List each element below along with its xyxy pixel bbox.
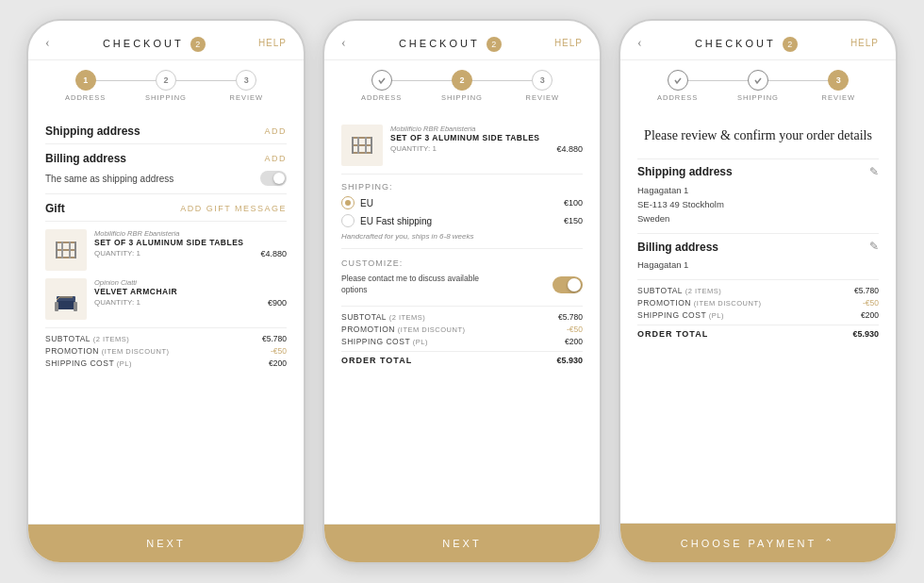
radio-fast[interactable]: EU Fast shipping [341,214,432,227]
summary-promo-1: PROMOTION (ITEM DISCOUNT) -€50 [45,346,287,356]
summary-subtotal-2: SUBTOTAL (2 ITEMS) €5.780 [341,312,583,322]
next-button-2[interactable]: NEXT [324,525,600,562]
help-link-3[interactable]: HELP [850,38,879,48]
divider-rev2 [637,233,879,234]
step-done-3b [748,70,768,91]
order-total-3: ORDER TOTAL €5.930 [637,325,879,339]
summary-subtotal-3: SUBTOTAL (2 ITEMS) €5.780 [637,286,879,295]
svg-rect-5 [61,242,63,258]
product-row-1: Mobilificio RBR Ebanisteria SET OF 3 ALU… [45,229,287,271]
edit-shipping-btn[interactable]: ✎ [869,165,879,179]
footer-2: NEXT [324,524,600,562]
billing-addr-header: Billing address ✎ [637,240,879,254]
svg-rect-4 [74,242,76,258]
footer-1: NEXT [28,524,304,562]
divider-1 [45,143,287,144]
header-2: ‹ CHECKOUT 2 HELP [324,21,600,60]
svg-rect-8 [55,302,58,311]
shipping-option-fast: EU Fast shipping €150 [341,214,583,227]
same-shipping-row: The same as shipping address [45,171,287,186]
radio-eu[interactable]: EU [341,196,373,209]
shipping-address-header: Shipping address ADD [45,125,287,138]
product-row-2: Opinion Ciatti VELVET ARMCHAIR QUANTITY:… [45,278,287,320]
edit-billing-btn[interactable]: ✎ [869,240,879,254]
step-circle-1: 1 [75,70,96,91]
back-button-2[interactable]: ‹ [341,36,346,51]
summary-shipping-3: SHIPPING COST (PL) €200 [637,310,879,320]
shipping-addr-header: Shipping address ✎ [637,165,879,179]
summary-shipping-2: SHIPPING COST (PL) €200 [341,337,583,346]
svg-rect-2 [56,257,76,258]
product-info-1: Mobilificio RBR Ebanisteria SET OF 3 ALU… [94,229,287,258]
product-img-2 [45,278,87,320]
add-billing-btn[interactable]: ADD [264,154,287,163]
toggle-on-knob [568,278,581,292]
step-address-3: ADDRESS [637,70,718,102]
svg-rect-19 [365,137,367,154]
step-active-2: 2 [452,70,472,91]
help-link-2[interactable]: HELP [554,38,583,48]
product-img-s2 [341,125,383,166]
phone-screen-3: ‹ CHECKOUT 2 HELP ADDRESS SHIPPING 3 REV… [619,19,898,564]
step-review-3: 3 REVIEW [799,70,879,102]
header-3: ‹ CHECKOUT 2 HELP [620,21,896,60]
steps-bar-1: 1 ADDRESS 2 SHIPPING 3 REVIEW [28,60,304,108]
header-title-1: CHECKOUT 2 [103,34,206,52]
product-qty-price-2: QUANTITY: 1 €900 [94,298,287,308]
header-title-2: CHECKOUT 2 [399,34,502,52]
product-qty-price-1: QUANTITY: 1 €4.880 [94,249,287,258]
billing-address-block: Hagagatan 1 [637,258,879,272]
divider-4 [45,327,287,328]
back-button-3[interactable]: ‹ [637,36,642,51]
customize-toggle[interactable] [553,276,583,293]
svg-rect-1 [56,249,76,251]
step-circle-3: 3 [236,70,256,91]
help-link-1[interactable]: HELP [258,38,287,48]
step-address-2: ADDRESS [341,70,421,102]
summary-promo-2: PROMOTION (ITEM DISCOUNT) -€50 [341,325,583,334]
svg-rect-13 [352,137,372,139]
content-2: Mobilificio RBR Ebanisteria SET OF 3 ALU… [324,108,600,524]
choose-payment-button[interactable]: CHOOSE PAYMENT ⌃ [620,524,896,562]
divider-sum2 [341,306,583,307]
step-circle-2: 2 [156,70,176,91]
content-3: Please review & confirm your order detai… [620,108,896,523]
back-button-1[interactable]: ‹ [45,36,50,51]
svg-rect-7 [57,300,75,309]
summary-promo-3: PROMOTION (ITEM DISCOUNT) -€50 [637,298,879,308]
toggle-knob [273,173,285,184]
svg-rect-3 [56,242,58,258]
steps-bar-3: ADDRESS SHIPPING 3 REVIEW [620,60,896,108]
product-qty-price-s2: QUANTITY: 1 €4.880 [390,144,583,154]
gift-header: Gift ADD GIFT MESSAGE [45,202,287,215]
radio-circle-eu [341,196,355,209]
same-shipping-toggle[interactable] [260,171,287,186]
add-shipping-btn[interactable]: ADD [264,126,287,136]
add-gift-btn[interactable]: ADD GIFT MESSAGE [180,204,287,213]
divider-s2 [341,174,583,175]
customize-row: Please contact me to discuss available o… [341,274,583,296]
divider-rev3 [637,279,879,280]
step-circle-r2: 3 [532,70,553,91]
step-review-1: 3 REVIEW [206,70,287,102]
step-active-3: 3 [828,70,849,91]
product-info-2: Opinion Ciatti VELVET ARMCHAIR QUANTITY:… [94,278,287,308]
billing-address-header: Billing address ADD [45,152,287,165]
svg-rect-16 [352,137,354,154]
svg-rect-15 [352,152,372,154]
header-1: ‹ CHECKOUT 2 HELP [28,21,304,60]
svg-rect-0 [56,242,76,243]
divider-rev1 [637,158,879,159]
shipping-option-eu: EU €100 [341,196,583,209]
divider-3 [45,221,287,222]
step-shipping-1: 2 SHIPPING [125,70,206,102]
summary-shipping-1: SHIPPING COST (PL) €200 [45,358,287,368]
content-1: Shipping address ADD Billing address ADD… [28,108,304,524]
step-shipping-2: 2 SHIPPING [421,70,502,102]
svg-rect-14 [352,144,372,146]
shipping-options-label: SHIPPING: [341,182,583,192]
divider-2 [45,193,287,194]
svg-rect-9 [74,302,77,311]
chevron-up-icon: ⌃ [824,537,835,549]
next-button-1[interactable]: NEXT [28,525,304,562]
